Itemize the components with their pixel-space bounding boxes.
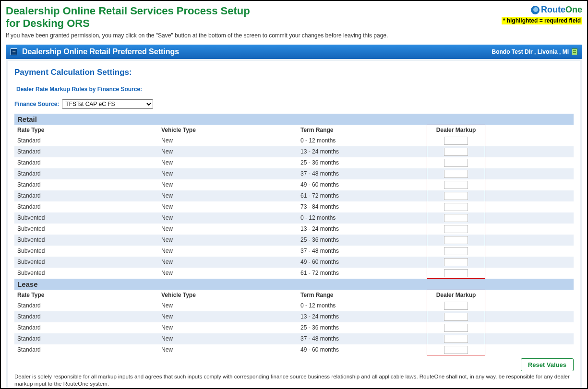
cell-rate: Subvented: [14, 246, 158, 257]
page-title: Dealership Online Retail Services Proces…: [6, 5, 255, 30]
table-row: StandardNew0 - 12 months: [14, 300, 574, 311]
dealer-markup-input[interactable]: [444, 137, 468, 145]
dealer-markup-input[interactable]: [444, 247, 468, 255]
dealer-markup-input[interactable]: [444, 214, 468, 222]
cell-dm: [427, 322, 485, 333]
cell-rest: [485, 322, 574, 333]
dealer-markup-input[interactable]: [444, 203, 468, 211]
cell-rest: [485, 235, 574, 246]
table-row: StandardNew49 - 60 months: [14, 179, 574, 190]
cell-rest: [485, 344, 574, 355]
cell-vtype: New: [158, 212, 298, 224]
cell-rate: Standard: [14, 322, 158, 333]
th-rate: Rate Type: [14, 125, 158, 135]
cell-rate: Standard: [14, 157, 158, 168]
dealer-markup-input[interactable]: [444, 159, 468, 167]
dealer-markup-input[interactable]: [444, 225, 468, 233]
cell-dm: [427, 311, 485, 322]
rules-label: Dealer Rate Markup Rules by Finance Sour…: [16, 86, 574, 93]
logo-route: Route: [541, 5, 565, 15]
cell-rate: Subvented: [14, 212, 158, 224]
reset-values-button[interactable]: Reset Values: [521, 358, 574, 371]
panel-header: − Dealership Online Retail Preferred Set…: [6, 45, 582, 59]
table-row: SubventedNew61 - 72 months: [14, 268, 574, 279]
cell-term: 13 - 24 months: [298, 311, 427, 322]
cell-rate: Subvented: [14, 257, 158, 268]
dealer-markup-input[interactable]: [444, 192, 468, 200]
cell-rest: [485, 179, 574, 190]
table-row: SubventedNew37 - 48 months: [14, 246, 574, 257]
table-row: StandardNew25 - 36 months: [14, 157, 574, 168]
cell-rest: [485, 268, 574, 279]
dealer-markup-input[interactable]: [444, 170, 468, 178]
cell-term: 61 - 72 months: [298, 268, 427, 279]
cell-term: 61 - 72 months: [298, 190, 427, 201]
page-note: If you have been granted permission, you…: [6, 32, 582, 39]
cell-term: 37 - 48 months: [298, 246, 427, 257]
cell-vtype: New: [158, 344, 298, 355]
table-row: StandardNew0 - 12 months: [14, 135, 574, 146]
finance-source-select[interactable]: TFSTst CAP eC FS: [62, 99, 153, 109]
dealer-markup-input[interactable]: [444, 346, 468, 354]
dealer-markup-input[interactable]: [444, 302, 468, 310]
collapse-icon[interactable]: −: [11, 48, 17, 55]
cell-dm: [427, 268, 485, 279]
table-row: StandardNew13 - 24 months: [14, 311, 574, 322]
cell-rest: [485, 333, 574, 344]
cell-vtype: New: [158, 235, 298, 246]
cell-dm: [427, 235, 485, 246]
cell-term: 49 - 60 months: [298, 257, 427, 268]
document-icon[interactable]: [572, 48, 577, 55]
cell-term: 25 - 36 months: [298, 235, 427, 246]
th-vtype: Vehicle Type: [158, 125, 298, 135]
dealer-markup-input[interactable]: [444, 236, 468, 244]
dealer-markup-input[interactable]: [444, 269, 468, 277]
th-vtype: Vehicle Type: [158, 290, 298, 300]
table-row: SubventedNew0 - 12 months: [14, 212, 574, 224]
cell-rest: [485, 257, 574, 268]
section-title: Payment Calculation Settings:: [14, 68, 574, 77]
cell-rate: Standard: [14, 201, 158, 212]
finance-source-label: Finance Source:: [14, 101, 59, 107]
cell-vtype: New: [158, 201, 298, 212]
cell-rest: [485, 300, 574, 311]
table-row: StandardNew13 - 24 months: [14, 146, 574, 157]
cell-vtype: New: [158, 246, 298, 257]
cell-dm: [427, 201, 485, 212]
dealer-markup-input[interactable]: [444, 335, 468, 343]
dealer-markup-input[interactable]: [444, 181, 468, 189]
cell-term: 49 - 60 months: [298, 344, 427, 355]
panel-title: Dealership Online Retail Preferred Setti…: [22, 47, 179, 56]
dealer-markup-input[interactable]: [444, 324, 468, 332]
cell-rate: Standard: [14, 190, 158, 201]
cell-rest: [485, 311, 574, 322]
cell-dm: [427, 146, 485, 157]
table-row: SubventedNew25 - 36 months: [14, 235, 574, 246]
dealer-markup-input[interactable]: [444, 313, 468, 321]
cell-dm: [427, 168, 485, 179]
cell-rest: [485, 157, 574, 168]
th-rest: [485, 125, 574, 135]
cell-rest: [485, 190, 574, 201]
cell-vtype: New: [158, 257, 298, 268]
cell-rate: Standard: [14, 168, 158, 179]
cell-term: 73 - 84 months: [298, 201, 427, 212]
cell-rest: [485, 212, 574, 224]
cell-rest: [485, 135, 574, 146]
cell-rest: [485, 201, 574, 212]
required-hint: * highlighted = required field: [502, 17, 582, 24]
cell-dm: [427, 135, 485, 146]
disclaimer: Dealer is solely responsible for all mar…: [14, 373, 574, 389]
cell-dm: [427, 157, 485, 168]
dealer-name: Bondo Test Dlr , Livonia , MI: [492, 48, 569, 55]
table-row: StandardNew37 - 48 months: [14, 168, 574, 179]
cell-dm: [427, 224, 485, 235]
cell-vtype: New: [158, 333, 298, 344]
cell-rate: Standard: [14, 135, 158, 146]
dealer-markup-input[interactable]: [444, 148, 468, 156]
dealer-markup-input[interactable]: [444, 258, 468, 266]
table-row: StandardNew61 - 72 months: [14, 190, 574, 201]
cell-vtype: New: [158, 311, 298, 322]
cell-term: 13 - 24 months: [298, 146, 427, 157]
logo-swirl-icon: [531, 6, 540, 14]
